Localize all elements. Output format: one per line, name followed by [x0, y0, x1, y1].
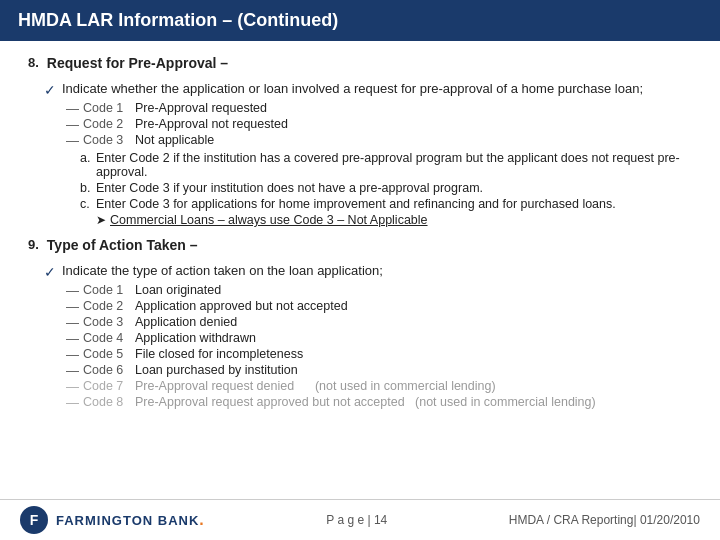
code-row: — Code 2 Pre-Approval not requested — [66, 117, 692, 132]
section-9-code-list: — Code 1 Loan originated — Code 2 Applic… — [66, 283, 692, 410]
code-row: — Code 6 Loan purchased by institution — [66, 363, 692, 378]
section-8-title: Request for Pre-Approval – — [47, 55, 228, 71]
section-8-code-list: — Code 1 Pre-Approval requested — Code 2… — [66, 101, 692, 148]
brand-dot: . — [199, 511, 204, 528]
section-9-check-text: Indicate the type of action taken on the… — [62, 263, 383, 278]
code-row: — Code 3 Not applicable — [66, 133, 692, 148]
checkmark-icon-9: ✓ — [44, 264, 56, 280]
arrow-row: ➤ Commercial Loans – always use Code 3 –… — [96, 213, 692, 227]
section-9: 9. Type of Action Taken – ✓ Indicate the… — [28, 237, 692, 410]
section-9-title: Type of Action Taken – — [47, 237, 198, 253]
footer: F FARMINGTON BANK. P a g e | 14 HMDA / C… — [0, 499, 720, 540]
checkmark-icon: ✓ — [44, 82, 56, 98]
code-row-greyed: — Code 8 Pre-Approval request approved b… — [66, 395, 692, 410]
footer-right-text: HMDA / CRA Reporting| 01/20/2010 — [509, 513, 700, 527]
header: HMDA LAR Information – (Continued) — [0, 0, 720, 41]
code-row: — Code 4 Application withdrawn — [66, 331, 692, 346]
section-8-number: 8. — [28, 55, 39, 70]
arrow-icon: ➤ — [96, 213, 106, 227]
code-row-greyed: — Code 7 Pre-Approval request denied (no… — [66, 379, 692, 394]
note-row-c: c. Enter Code 3 for applications for hom… — [80, 197, 692, 211]
code-row: — Code 3 Application denied — [66, 315, 692, 330]
section-8-check-text: Indicate whether the application or loan… — [62, 81, 643, 96]
page-number: P a g e | 14 — [326, 513, 387, 527]
section-9-number: 9. — [28, 237, 39, 252]
code-row: — Code 1 Pre-Approval requested — [66, 101, 692, 116]
brand-area: F FARMINGTON BANK. — [20, 506, 205, 534]
section-8-check: ✓ Indicate whether the application or lo… — [44, 81, 692, 98]
code-row: — Code 2 Application approved but not ac… — [66, 299, 692, 314]
code-row: — Code 1 Loan originated — [66, 283, 692, 298]
brand-icon: F — [20, 506, 48, 534]
section-8: 8. Request for Pre-Approval – ✓ Indicate… — [28, 55, 692, 227]
header-title: HMDA LAR Information – (Continued) — [18, 10, 338, 30]
section-8-notes: a. Enter Code 2 if the institution has a… — [80, 151, 692, 227]
note-row-a: a. Enter Code 2 if the institution has a… — [80, 151, 692, 179]
code-row: — Code 5 File closed for incompleteness — [66, 347, 692, 362]
brand-name: FARMINGTON BANK. — [56, 511, 205, 529]
section-9-check: ✓ Indicate the type of action taken on t… — [44, 263, 692, 280]
note-row-b: b. Enter Code 3 if your institution does… — [80, 181, 692, 195]
